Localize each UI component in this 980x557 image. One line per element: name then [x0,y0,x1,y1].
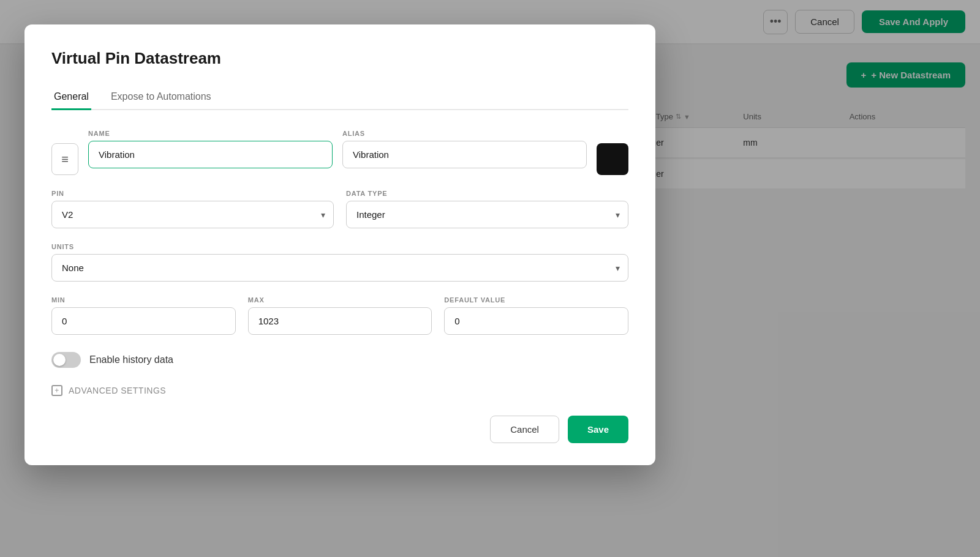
modal-title: Virtual Pin Datastream [51,49,628,68]
pin-datatype-row: PIN V0 V1 V2 V3 V4 ▾ DATA TYPE Integ [51,190,628,228]
tab-automations[interactable]: Expose to Automations [108,85,214,110]
history-toggle[interactable] [51,352,81,368]
modal: Virtual Pin Datastream General Expose to… [24,24,655,465]
alias-label: ALIAS [342,130,587,137]
max-input[interactable] [248,307,432,335]
filter-icon: ≡ [61,152,69,166]
units-label: UNITS [51,243,628,250]
toggle-label: Enable history data [89,354,173,365]
min-max-default-row: MIN MAX DEFAULT VALUE [51,296,628,335]
toggle-knob [53,354,66,366]
min-input[interactable] [51,307,236,335]
alias-input[interactable] [342,141,587,168]
pin-select[interactable]: V0 V1 V2 V3 V4 [51,201,334,228]
default-field-group: DEFAULT VALUE [444,296,628,335]
max-label: MAX [248,296,432,304]
units-select[interactable]: None mm cm m kg [51,254,628,282]
name-field-group: NAME [88,130,333,168]
min-label: MIN [51,296,236,304]
pin-select-wrapper: V0 V1 V2 V3 V4 ▾ [51,201,334,228]
name-input[interactable] [88,141,333,168]
default-input[interactable] [444,307,628,335]
max-field-group: MAX [248,296,432,335]
alias-field-group: ALIAS [342,130,587,168]
save-button[interactable]: Save [568,416,628,443]
color-swatch[interactable] [597,143,628,175]
cancel-button[interactable]: Cancel [490,416,559,443]
datatype-select[interactable]: Integer Double String Bytes [346,201,628,228]
advanced-icon: + [51,385,62,396]
tabs: General Expose to Automations [51,85,628,110]
min-field-group: MIN [51,296,236,335]
advanced-settings-row[interactable]: + ADVANCED SETTINGS [51,385,628,396]
datatype-field-group: DATA TYPE Integer Double String Bytes ▾ [346,190,628,228]
datatype-select-wrapper: Integer Double String Bytes ▾ [346,201,628,228]
datatype-label: DATA TYPE [346,190,628,197]
filter-icon-button[interactable]: ≡ [51,143,78,175]
default-label: DEFAULT VALUE [444,296,628,304]
toggle-row: Enable history data [51,352,628,368]
pin-label: PIN [51,190,334,197]
modal-overlay: Virtual Pin Datastream General Expose to… [0,0,980,557]
name-alias-row: ≡ NAME ALIAS [51,130,628,175]
units-field-group: UNITS None mm cm m kg ▾ [51,243,628,282]
name-label: NAME [88,130,333,137]
units-select-wrapper: None mm cm m kg ▾ [51,254,628,282]
advanced-label: ADVANCED SETTINGS [69,386,166,395]
pin-field-group: PIN V0 V1 V2 V3 V4 ▾ [51,190,334,228]
tab-general[interactable]: General [51,85,91,110]
modal-footer: Cancel Save [51,408,628,443]
